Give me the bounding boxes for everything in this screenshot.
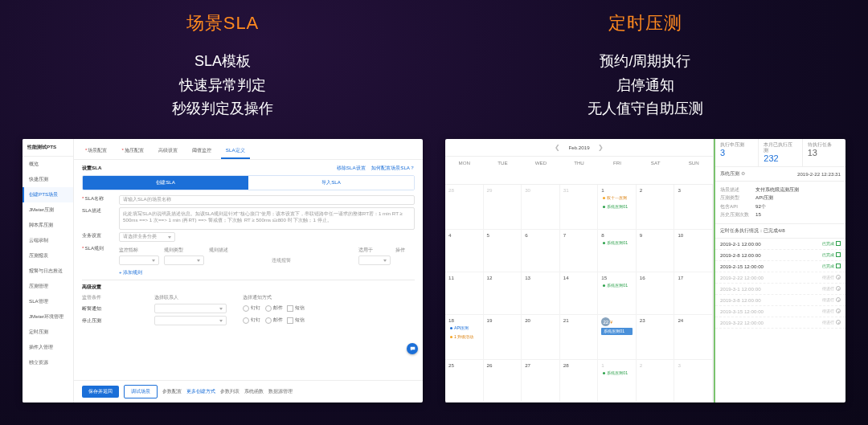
sidebar-item-create-pts[interactable]: 创建PTS场景 [23, 187, 73, 202]
select-biz[interactable]: 请选择业务分类 [119, 232, 175, 242]
chevron-left-icon[interactable]: ❮ [555, 144, 560, 151]
calendar-cell[interactable]: 3 [674, 360, 713, 403]
chevron-right-icon[interactable]: ❯ [598, 144, 604, 151]
calendar-cell[interactable]: 2 [637, 360, 675, 403]
calendar-cell[interactable]: 7 [560, 230, 599, 272]
rule-metric-select[interactable] [119, 255, 159, 265]
sidebar-item-resource[interactable]: 独立资源 [23, 355, 73, 370]
calendar-cell[interactable]: 19 [484, 315, 522, 359]
calendar-cell[interactable]: 4 [445, 230, 484, 272]
sidebar-item-alarm[interactable]: 报警与日志推送 [23, 264, 73, 279]
help-fab[interactable] [407, 343, 418, 354]
check-sms2[interactable]: 短信 [287, 317, 305, 324]
btn-save[interactable]: 保存并返回 [82, 386, 119, 398]
adv-alert-contact[interactable] [154, 304, 227, 313]
link-help-sla[interactable]: 如何配置场景SLA？ [371, 165, 415, 170]
calendar-cell[interactable]: 29 [484, 185, 522, 229]
calendar-cell[interactable]: 23 [637, 315, 675, 359]
rule-type-select[interactable] [164, 255, 204, 265]
calendar-event[interactable]: 系统压测01 [601, 370, 633, 377]
btn-debug[interactable]: 调试场景 [124, 385, 158, 398]
calendar-cell[interactable]: 20 [522, 315, 560, 359]
seg-import-sla[interactable]: 导入SLA [248, 176, 414, 190]
calendar-cell[interactable]: 1双十一压测系统压测01 [598, 185, 637, 229]
flink-more[interactable]: 更多创建方式 [186, 388, 215, 395]
sidebar-item-quick[interactable]: 快捷压测 [23, 172, 73, 187]
calendar-cell[interactable]: 27 [522, 360, 560, 403]
calendar-cell[interactable]: 13 [522, 272, 560, 315]
calendar-cell[interactable]: 9 [637, 230, 675, 272]
flink-datasrc[interactable]: 数据源管理 [268, 388, 293, 395]
calendar-cell[interactable]: 8系统压测01 [598, 230, 637, 272]
tab-sla[interactable]: SLA定义 [221, 144, 250, 159]
link-remove-sla[interactable]: 移除SLA设置 [337, 165, 366, 170]
radio-email[interactable]: 邮件 [265, 304, 283, 312]
input-sla-name[interactable]: 请输入SLA的场景名称 [119, 195, 415, 205]
calendar-event[interactable]: API压测 [448, 325, 480, 332]
run-row[interactable]: 2019-2-8 12:00:00已完成 [715, 250, 845, 261]
calendar-cell[interactable]: 18API压测1 升级活动 [445, 315, 484, 359]
calendar-cell[interactable]: 31 [560, 185, 599, 229]
calendar-cell[interactable]: 15系统压测01 [598, 272, 637, 315]
calendar-cell[interactable]: 30 [522, 185, 560, 229]
calendar-cell[interactable]: 3 [674, 185, 713, 229]
tab-press[interactable]: 施压配置 [117, 144, 148, 159]
sla-mode-segment[interactable]: 创建SLA 导入SLA [82, 175, 415, 190]
run-row[interactable]: 2019-3-15 12:00:00待进行 [715, 306, 845, 317]
calendar-event[interactable]: 系统压测01 [601, 282, 633, 289]
sidebar-item-cloudrec[interactable]: 云端录制 [23, 233, 73, 248]
radio-email2[interactable]: 邮件 [265, 317, 283, 324]
sidebar-item-sla[interactable]: SLA管理 [23, 294, 73, 309]
check-sms[interactable]: 短信 [287, 304, 305, 312]
sidebar-item-jmeter[interactable]: JMeter压测 [23, 202, 73, 218]
calendar-cell[interactable]: 2 [637, 185, 675, 229]
calendar-event[interactable]: 1 升级活动 [448, 333, 480, 341]
calendar-cell[interactable]: 24 [674, 315, 713, 359]
radio-dd[interactable]: 钉钉 [243, 304, 260, 312]
sidebar-item-plugin[interactable]: 插件入管理 [23, 340, 73, 355]
calendar-cell[interactable]: 6 [522, 230, 560, 272]
calendar-event[interactable]: 系统压测01 [601, 239, 633, 247]
calendar-cell[interactable]: 25 [445, 360, 484, 403]
sidebar-item-cron[interactable]: 定时压测 [23, 325, 73, 340]
calendar-cell[interactable]: 12 [484, 272, 522, 315]
radio-dd2[interactable]: 钉钉 [243, 317, 260, 324]
run-row[interactable]: 2019-2-15 12:00:00已完成 [715, 261, 845, 272]
calendar-cell[interactable]: 28 [560, 360, 599, 403]
run-row[interactable]: 2019-3-1 12:00:00待进行 [715, 284, 845, 295]
tab-scene[interactable]: 场景配置 [80, 144, 112, 159]
tab-threshold[interactable]: 阈值监控 [187, 144, 216, 159]
calendar-cell[interactable]: 17 [674, 272, 713, 315]
flink-param[interactable]: 参数配置 [162, 388, 182, 395]
textarea-sla-desc[interactable]: 此处填写SLA的说明及描述信息。如该SLA规则是针对"核心接口"使用；该本设置下… [119, 207, 415, 230]
calendar-cell[interactable]: 10 [674, 230, 713, 272]
calendar-cell[interactable]: 14 [560, 272, 599, 315]
seg-create-sla[interactable]: 创建SLA [83, 176, 248, 190]
sidebar-item-script[interactable]: 脚本库压测 [23, 218, 73, 233]
link-add-rule[interactable]: + 添加规则 [119, 269, 415, 276]
calendar-event[interactable]: 系统压测01 [601, 328, 633, 335]
tab-advanced[interactable]: 高级设置 [154, 144, 182, 159]
calendar-cell[interactable]: 16 [637, 272, 675, 315]
sidebar-item-report[interactable]: 压测报表 [23, 248, 73, 264]
gear-icon[interactable]: ⚙ [741, 170, 745, 176]
rule-apply-select[interactable] [358, 255, 391, 265]
calendar-cell[interactable]: 28 [445, 185, 484, 229]
run-row[interactable]: 2019-3-22 12:00:00待进行 [715, 317, 845, 329]
calendar-cell[interactable]: 26 [484, 360, 522, 403]
run-row[interactable]: 2019-2-1 12:00:00已完成 [715, 239, 845, 250]
calendar-event[interactable]: 系统压测01 [601, 203, 633, 210]
calendar-cell[interactable]: 5 [484, 230, 522, 272]
calendar-event[interactable]: 双十一压测 [601, 194, 633, 202]
run-row[interactable]: 2019-2-22 12:00:00待进行 [715, 272, 845, 284]
flink-paramlist[interactable]: 参数列表 [220, 388, 240, 395]
adv-stop-contact[interactable] [154, 316, 227, 325]
calendar-cell[interactable]: 11 [445, 272, 484, 315]
sidebar-item-overview[interactable]: 概览 [23, 157, 73, 172]
sidebar-item-jmeter-env[interactable]: JMeter环境管理 [23, 309, 73, 325]
calendar-cell[interactable]: 21 [560, 315, 599, 359]
calendar-cell[interactable]: 1系统压测01 [598, 360, 637, 403]
calendar-cell[interactable]: 22 ¥系统压测01 [598, 315, 637, 359]
run-row[interactable]: 2019-3-8 12:00:00待进行 [715, 295, 845, 306]
sidebar-item-manage[interactable]: 压测管理 [23, 279, 73, 294]
